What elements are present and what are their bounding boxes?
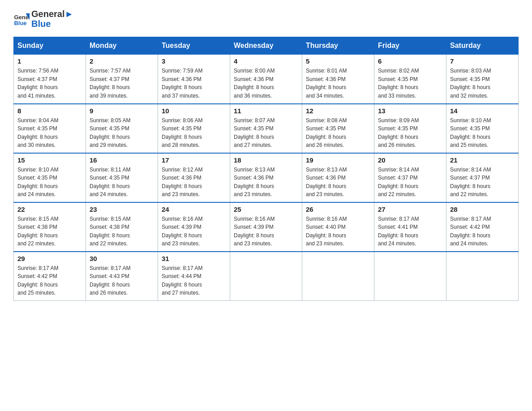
calendar-cell: 25 Sunrise: 8:16 AMSunset: 4:39 PMDaylig… [230,202,302,252]
day-info: Sunrise: 7:56 AMSunset: 4:37 PMDaylight:… [17,67,82,100]
day-number: 2 [90,57,154,65]
day-number: 16 [90,156,154,164]
day-number: 26 [306,206,370,213]
day-info: Sunrise: 8:13 AMSunset: 4:36 PMDaylight:… [306,166,370,199]
day-number: 1 [17,57,82,65]
day-info: Sunrise: 8:17 AMSunset: 4:43 PMDaylight:… [90,264,154,297]
day-number: 11 [234,107,298,115]
day-info: Sunrise: 7:59 AMSunset: 4:36 PMDaylight:… [162,67,226,100]
logo-general: General► [31,9,73,19]
day-info: Sunrise: 8:04 AMSunset: 4:35 PMDaylight:… [17,116,82,150]
day-number: 10 [162,107,226,115]
day-info: Sunrise: 8:15 AMSunset: 4:38 PMDaylight:… [17,215,82,248]
day-number: 22 [17,206,82,213]
calendar-cell: 15 Sunrise: 8:10 AMSunset: 4:35 PMDaylig… [14,153,86,202]
day-info: Sunrise: 8:13 AMSunset: 4:36 PMDaylight:… [234,166,298,199]
day-info: Sunrise: 8:10 AMSunset: 4:35 PMDaylight:… [17,166,82,199]
calendar-cell [230,252,302,301]
day-number: 17 [162,156,226,164]
day-number: 28 [450,206,515,213]
day-number: 30 [90,255,154,262]
day-info: Sunrise: 8:01 AMSunset: 4:36 PMDaylight:… [306,67,370,100]
calendar-cell: 3 Sunrise: 7:59 AMSunset: 4:36 PMDayligh… [158,55,230,104]
logo-blue: Blue [31,19,73,29]
calendar-cell: 22 Sunrise: 8:15 AMSunset: 4:38 PMDaylig… [14,202,86,252]
day-info: Sunrise: 8:17 AMSunset: 4:42 PMDaylight:… [450,215,515,248]
calendar-cell [374,252,446,301]
calendar-cell: 28 Sunrise: 8:17 AMSunset: 4:42 PMDaylig… [446,202,519,252]
day-info: Sunrise: 8:06 AMSunset: 4:35 PMDaylight:… [162,116,226,150]
day-number: 12 [306,107,370,115]
day-info: Sunrise: 8:14 AMSunset: 4:37 PMDaylight:… [378,166,442,199]
day-info: Sunrise: 8:03 AMSunset: 4:35 PMDaylight:… [450,67,515,100]
day-info: Sunrise: 8:08 AMSunset: 4:35 PMDaylight:… [306,116,370,150]
calendar-cell: 26 Sunrise: 8:16 AMSunset: 4:40 PMDaylig… [302,202,374,252]
calendar-cell: 1 Sunrise: 7:56 AMSunset: 4:37 PMDayligh… [14,55,86,104]
calendar-week-row: 22 Sunrise: 8:15 AMSunset: 4:38 PMDaylig… [14,202,519,252]
col-header-wednesday: Wednesday [230,37,302,55]
day-number: 23 [90,206,154,213]
day-number: 18 [234,156,298,164]
calendar-header-row: SundayMondayTuesdayWednesdayThursdayFrid… [14,37,519,55]
calendar-cell: 21 Sunrise: 8:14 AMSunset: 4:37 PMDaylig… [446,153,519,202]
col-header-thursday: Thursday [302,37,374,55]
calendar-cell: 7 Sunrise: 8:03 AMSunset: 4:35 PMDayligh… [446,55,519,104]
calendar-cell: 20 Sunrise: 8:14 AMSunset: 4:37 PMDaylig… [374,153,446,202]
day-info: Sunrise: 8:17 AMSunset: 4:42 PMDaylight:… [17,264,82,297]
calendar-cell: 23 Sunrise: 8:15 AMSunset: 4:38 PMDaylig… [86,202,158,252]
calendar-cell: 12 Sunrise: 8:08 AMSunset: 4:35 PMDaylig… [302,104,374,153]
day-number: 20 [378,156,442,164]
day-info: Sunrise: 8:00 AMSunset: 4:36 PMDaylight:… [234,67,298,100]
col-header-sunday: Sunday [14,37,86,55]
calendar-cell: 11 Sunrise: 8:07 AMSunset: 4:35 PMDaylig… [230,104,302,153]
calendar-cell: 30 Sunrise: 8:17 AMSunset: 4:43 PMDaylig… [86,252,158,301]
day-number: 7 [450,57,515,65]
calendar-cell: 6 Sunrise: 8:02 AMSunset: 4:35 PMDayligh… [374,55,446,104]
day-number: 6 [378,57,442,65]
day-number: 3 [162,57,226,65]
col-header-tuesday: Tuesday [158,37,230,55]
day-info: Sunrise: 8:16 AMSunset: 4:39 PMDaylight:… [234,215,298,248]
calendar-cell: 19 Sunrise: 8:13 AMSunset: 4:36 PMDaylig… [302,153,374,202]
day-number: 5 [306,57,370,65]
col-header-monday: Monday [86,37,158,55]
calendar-week-row: 1 Sunrise: 7:56 AMSunset: 4:37 PMDayligh… [14,55,519,104]
day-info: Sunrise: 8:16 AMSunset: 4:40 PMDaylight:… [306,215,370,248]
calendar-cell: 5 Sunrise: 8:01 AMSunset: 4:36 PMDayligh… [302,55,374,104]
day-info: Sunrise: 8:11 AMSunset: 4:35 PMDaylight:… [90,166,154,199]
day-number: 19 [306,156,370,164]
day-info: Sunrise: 8:10 AMSunset: 4:35 PMDaylight:… [450,116,515,150]
day-number: 4 [234,57,298,65]
calendar-cell: 14 Sunrise: 8:10 AMSunset: 4:35 PMDaylig… [446,104,519,153]
day-number: 29 [17,255,82,262]
calendar-week-row: 15 Sunrise: 8:10 AMSunset: 4:35 PMDaylig… [14,153,519,202]
day-number: 24 [162,206,226,213]
calendar-cell: 13 Sunrise: 8:09 AMSunset: 4:35 PMDaylig… [374,104,446,153]
calendar-cell: 27 Sunrise: 8:17 AMSunset: 4:41 PMDaylig… [374,202,446,252]
calendar-cell: 10 Sunrise: 8:06 AMSunset: 4:35 PMDaylig… [158,104,230,153]
calendar-week-row: 8 Sunrise: 8:04 AMSunset: 4:35 PMDayligh… [14,104,519,153]
day-info: Sunrise: 8:14 AMSunset: 4:37 PMDaylight:… [450,166,515,199]
day-number: 13 [378,107,442,115]
day-number: 15 [17,156,82,164]
day-number: 8 [17,107,82,115]
day-info: Sunrise: 8:17 AMSunset: 4:41 PMDaylight:… [378,215,442,248]
day-number: 27 [378,206,442,213]
day-info: Sunrise: 8:17 AMSunset: 4:44 PMDaylight:… [162,264,226,297]
calendar-cell: 2 Sunrise: 7:57 AMSunset: 4:37 PMDayligh… [86,55,158,104]
day-info: Sunrise: 8:05 AMSunset: 4:35 PMDaylight:… [90,116,154,150]
calendar-cell: 18 Sunrise: 8:13 AMSunset: 4:36 PMDaylig… [230,153,302,202]
day-info: Sunrise: 8:15 AMSunset: 4:38 PMDaylight:… [90,215,154,248]
calendar-cell [302,252,374,301]
logo-icon: General Blue [13,11,30,27]
day-info: Sunrise: 8:12 AMSunset: 4:36 PMDaylight:… [162,166,226,199]
day-info: Sunrise: 7:57 AMSunset: 4:37 PMDaylight:… [90,67,154,100]
calendar-week-row: 29 Sunrise: 8:17 AMSunset: 4:42 PMDaylig… [14,252,519,301]
day-info: Sunrise: 8:07 AMSunset: 4:35 PMDaylight:… [234,116,298,150]
calendar-cell: 16 Sunrise: 8:11 AMSunset: 4:35 PMDaylig… [86,153,158,202]
calendar-cell [446,252,519,301]
calendar-cell: 17 Sunrise: 8:12 AMSunset: 4:36 PMDaylig… [158,153,230,202]
col-header-friday: Friday [374,37,446,55]
calendar-cell: 31 Sunrise: 8:17 AMSunset: 4:44 PMDaylig… [158,252,230,301]
calendar-cell: 9 Sunrise: 8:05 AMSunset: 4:35 PMDayligh… [86,104,158,153]
